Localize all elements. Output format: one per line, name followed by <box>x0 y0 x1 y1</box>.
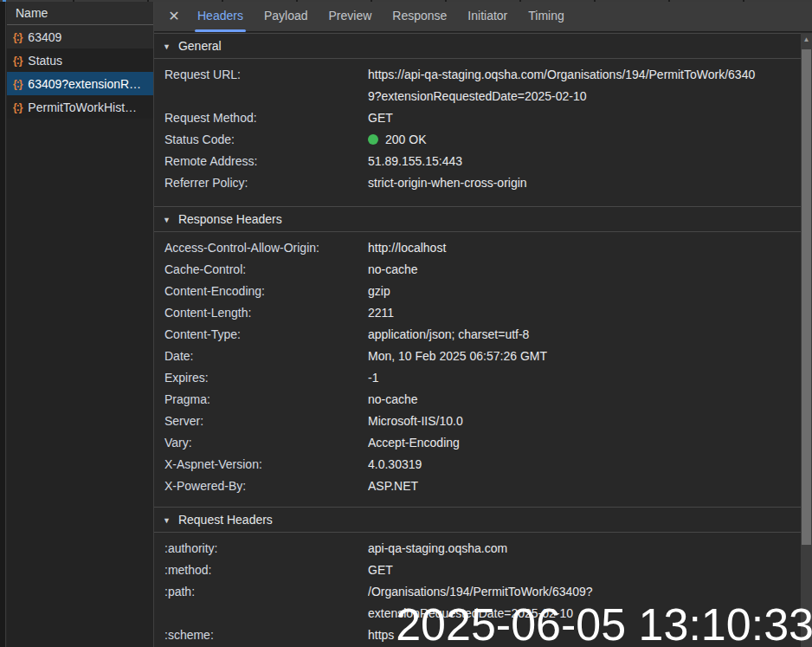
header-value: GET <box>368 107 801 129</box>
header-value: -1 <box>368 367 801 389</box>
scrollbar[interactable]: ▲ <box>801 33 812 647</box>
header-name: :authority: <box>164 538 368 560</box>
grid-edge-highlight <box>3 0 6 2</box>
header-value: no-cache <box>368 259 801 281</box>
headers-content: ▼ General Request URL: https://api-qa-st… <box>154 33 801 647</box>
header-value: 2211 <box>368 302 801 324</box>
header-row-content-encoding: Content-Encoding: gzip <box>154 281 801 302</box>
header-row-request-url: Request URL: https://api-qa-staging.oqsh… <box>154 64 801 107</box>
header-value: Mon, 10 Feb 2025 06:57:26 GMT <box>368 346 801 367</box>
tab-timing[interactable]: Timing <box>518 0 575 32</box>
json-icon: {:} <box>13 31 22 43</box>
header-value: strict-origin-when-cross-origin <box>368 172 801 194</box>
header-name: X-Aspnet-Version: <box>164 454 368 476</box>
header-value: http://localhost <box>368 237 801 259</box>
header-value: 200 OK <box>368 129 801 151</box>
timestamp-watermark: 2025-06-05 13:10:33 <box>396 602 812 647</box>
section-response-headers: ▼ Response Headers Access-Control-Allow-… <box>154 206 801 507</box>
json-icon: {:} <box>13 55 22 67</box>
request-row-status[interactable]: {:} Status <box>7 49 153 72</box>
header-name: Vary: <box>164 432 368 454</box>
section-request-headers-header[interactable]: ▼ Request Headers <box>154 508 801 533</box>
left-rail <box>0 0 6 647</box>
header-name: Status Code: <box>164 129 368 151</box>
header-row-vary: Vary: Accept-Encoding <box>154 432 801 454</box>
header-row-content-type: Content-Type: application/json; charset=… <box>154 324 801 346</box>
header-name: Cache-Control: <box>164 259 368 281</box>
close-icon[interactable]: ✕ <box>161 8 187 24</box>
header-value: no-cache <box>368 389 801 411</box>
header-name: Request URL: <box>164 64 368 107</box>
header-value: https://api-qa-staging.oqsha.com/Organis… <box>368 64 801 107</box>
disclosure-triangle-icon: ▼ <box>163 42 171 51</box>
header-row-access-control-allow-origin: Access-Control-Allow-Origin: http://loca… <box>154 237 801 259</box>
request-name: Status <box>28 54 62 68</box>
tab-payload[interactable]: Payload <box>254 0 319 32</box>
header-value: application/json; charset=utf-8 <box>368 324 801 346</box>
tab-initiator[interactable]: Initiator <box>457 0 518 32</box>
section-response-headers-body: Access-Control-Allow-Origin: http://loca… <box>154 232 801 507</box>
scroll-up-icon[interactable]: ▲ <box>801 33 812 46</box>
json-icon: {:} <box>13 78 22 90</box>
header-name: Request Method: <box>164 107 368 129</box>
request-name: 63409?extensionR… <box>28 77 141 91</box>
header-row-x-aspnet-version: X-Aspnet-Version: 4.0.30319 <box>154 454 801 476</box>
header-value: api-qa-staging.oqsha.com <box>368 538 801 560</box>
disclosure-triangle-icon: ▼ <box>163 216 171 224</box>
status-ok-dot-icon <box>368 134 378 145</box>
section-title: Request Headers <box>178 513 273 527</box>
header-name: Date: <box>164 346 368 367</box>
section-title: Response Headers <box>178 212 282 226</box>
disclosure-triangle-icon: ▼ <box>163 516 171 525</box>
header-name: Content-Type: <box>164 324 368 346</box>
header-name: X-Powered-By: <box>164 476 368 497</box>
network-request-list: Name {:} 63409 {:} Status {:} 63409?exte… <box>7 2 154 647</box>
section-title: General <box>178 39 222 53</box>
request-details-pane: ✕ Headers Payload Preview Response Initi… <box>154 0 812 647</box>
header-name: Content-Encoding: <box>164 281 368 302</box>
tab-response[interactable]: Response <box>382 0 457 32</box>
request-row-63409-extension-selected[interactable]: {:} 63409?extensionR… <box>7 72 153 95</box>
header-value: Microsoft-IIS/10.0 <box>368 411 801 432</box>
header-row-remote-address: Remote Address: 51.89.155.15:443 <box>154 151 801 172</box>
header-name: Expires: <box>164 367 368 389</box>
tab-preview[interactable]: Preview <box>319 0 383 32</box>
header-value: 51.89.155.15:443 <box>368 151 801 172</box>
name-column-header[interactable]: Name <box>7 2 153 25</box>
header-name: Content-Length: <box>164 302 368 324</box>
request-row-permittoworkhistory[interactable]: {:} PermitToWorkHist… <box>7 95 153 119</box>
header-row-x-powered-by: X-Powered-By: ASP.NET <box>154 476 801 497</box>
details-tabbar: ✕ Headers Payload Preview Response Initi… <box>154 0 812 32</box>
section-general: ▼ General Request URL: https://api-qa-st… <box>154 33 801 206</box>
header-row-status-code: Status Code: 200 OK <box>154 129 801 151</box>
header-value: 4.0.30319 <box>368 454 801 476</box>
header-value: GET <box>368 560 801 581</box>
header-name: Access-Control-Allow-Origin: <box>164 237 368 259</box>
status-code-text: 200 OK <box>385 133 426 146</box>
header-row-referrer-policy: Referrer Policy: strict-origin-when-cros… <box>154 172 801 194</box>
header-name: Remote Address: <box>164 151 368 172</box>
header-row-cache-control: Cache-Control: no-cache <box>154 259 801 281</box>
header-value: gzip <box>368 281 801 302</box>
header-value: ASP.NET <box>368 476 801 497</box>
request-name: PermitToWorkHist… <box>28 100 137 114</box>
network-grid-edge <box>0 0 812 2</box>
header-value: Accept-Encoding <box>368 432 801 454</box>
request-name: 63409 <box>28 30 61 44</box>
header-name: Referrer Policy: <box>164 172 368 194</box>
request-row-63409[interactable]: {:} 63409 <box>7 25 153 49</box>
header-row-request-method: Request Method: GET <box>154 107 801 129</box>
section-general-body: Request URL: https://api-qa-staging.oqsh… <box>154 59 801 206</box>
json-icon: {:} <box>13 101 22 113</box>
section-response-headers-header[interactable]: ▼ Response Headers <box>154 207 801 232</box>
header-row-pragma: Pragma: no-cache <box>154 389 801 411</box>
scrollbar-thumb[interactable] <box>802 49 811 545</box>
header-row-expires: Expires: -1 <box>154 367 801 389</box>
header-row-authority: :authority: api-qa-staging.oqsha.com <box>154 538 801 560</box>
tab-headers[interactable]: Headers <box>187 0 254 32</box>
header-name: Pragma: <box>164 389 368 411</box>
section-general-header[interactable]: ▼ General <box>154 34 801 59</box>
header-row-server: Server: Microsoft-IIS/10.0 <box>154 411 801 432</box>
header-name: Server: <box>164 411 368 432</box>
header-row-content-length: Content-Length: 2211 <box>154 302 801 324</box>
